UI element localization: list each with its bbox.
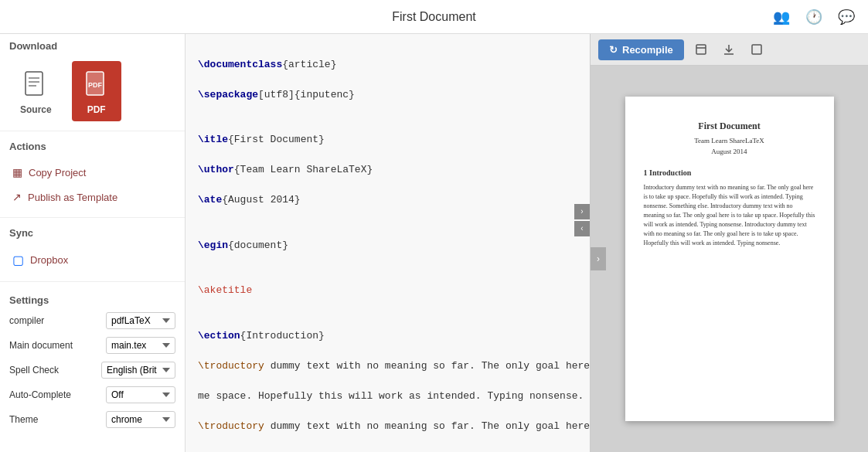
recompile-icon: ↻ [609, 44, 618, 56]
header: First Document 👥 🕐 💬 [0, 0, 868, 34]
code-editor[interactable]: \documentclass{article} \sepackage[utf8]… [186, 34, 590, 452]
doc-author: Team Learn ShareLaTeX [644, 136, 815, 146]
users-icon[interactable]: 👥 [768, 3, 795, 31]
publish-template-label: Publish as Template [28, 192, 117, 203]
expand-right-button[interactable]: › [574, 204, 590, 219]
chat-icon[interactable]: 💬 [832, 3, 860, 31]
svg-text:PDF: PDF [88, 81, 103, 89]
doc-date: August 2014 [644, 147, 815, 157]
doc-body: Introductory dummy text with no meaning … [644, 183, 815, 248]
theme-setting-row: Theme chrome monokai dracula [9, 411, 175, 428]
publish-template-button[interactable]: ↗ Publish as Template [0, 185, 185, 209]
editor-arrow-group: › ‹ [574, 204, 590, 236]
pdf-icon: PDF [83, 67, 111, 101]
compiler-select[interactable]: pdfLaTeX LaTeX XeLaTeX LuaLaTeX [106, 312, 175, 329]
document-preview: First Document Team Learn ShareLaTeX Aug… [625, 97, 834, 421]
main-doc-label: Main document [9, 340, 79, 351]
collapse-left-button[interactable]: ‹ [574, 221, 590, 236]
pdf-label: PDF [87, 104, 106, 115]
preview-toolbar: ↻ Recompile [591, 34, 868, 66]
settings-section-header: Settings [9, 291, 175, 312]
actions-section-header: Actions [0, 134, 185, 155]
sync-section-header: Sync [0, 221, 185, 242]
dropbox-label: Dropbox [30, 254, 68, 266]
view-options-icon[interactable] [690, 39, 712, 60]
theme-label: Theme [9, 414, 79, 425]
fullscreen-icon[interactable] [746, 39, 768, 60]
document-title: First Document [392, 10, 475, 24]
source-icon [22, 67, 49, 101]
main-doc-setting-row: Main document main.tex [9, 337, 175, 354]
doc-title: First Document [644, 120, 815, 133]
compiler-label: compiler [9, 315, 79, 326]
editor-panel: \documentclass{article} \sepackage[utf8]… [186, 34, 590, 452]
pdf-button[interactable]: PDF PDF [72, 61, 121, 121]
header-icon-group: 👥 🕐 💬 [768, 3, 860, 31]
collapse-preview-button[interactable]: › [591, 247, 606, 270]
main-doc-select[interactable]: main.tex [106, 337, 175, 354]
auto-complete-select[interactable]: Off On [106, 386, 175, 403]
svg-rect-10 [752, 45, 761, 54]
main-layout: Download Source PDF [0, 34, 868, 452]
compiler-setting-row: compiler pdfLaTeX LaTeX XeLaTeX LuaLaTeX [9, 312, 175, 329]
auto-complete-label: Auto-Complete [9, 389, 79, 400]
download-section: Source PDF PDF [0, 55, 185, 127]
sync-section: ▢ Dropbox [0, 242, 185, 278]
download-section-header: Download [0, 34, 185, 55]
history-icon[interactable]: 🕐 [800, 3, 828, 31]
doc-section: 1 Introduction [644, 168, 815, 178]
source-label: Source [20, 104, 52, 115]
preview-panel: ↻ Recompile [590, 34, 868, 452]
spell-check-setting-row: Spell Check English (Brit English (US) O… [9, 362, 175, 379]
external-link-icon: ↗ [12, 191, 22, 203]
recompile-button[interactable]: ↻ Recompile [598, 39, 684, 60]
copy-project-button[interactable]: ▦ Copy Project [0, 160, 185, 185]
settings-section: Settings compiler pdfLaTeX LaTeX XeLaTeX… [0, 285, 185, 452]
source-button[interactable]: Source [9, 61, 63, 121]
copy-icon: ▦ [12, 166, 22, 178]
svg-rect-0 [26, 72, 43, 95]
preview-content: › First Document Team Learn ShareLaTeX A… [591, 66, 868, 452]
spell-check-label: Spell Check [9, 365, 79, 376]
auto-complete-setting-row: Auto-Complete Off On [9, 386, 175, 403]
dropbox-icon: ▢ [12, 253, 24, 267]
theme-select[interactable]: chrome monokai dracula [106, 411, 175, 428]
recompile-label: Recompile [622, 44, 673, 56]
left-panel: Download Source PDF [0, 34, 186, 452]
dropbox-button[interactable]: ▢ Dropbox [0, 246, 185, 274]
spell-check-select[interactable]: English (Brit English (US) Off [101, 362, 175, 379]
svg-rect-6 [696, 45, 706, 54]
actions-section: ▦ Copy Project ↗ Publish as Template [0, 155, 185, 214]
copy-project-label: Copy Project [29, 167, 86, 178]
download-preview-icon[interactable] [718, 39, 740, 60]
